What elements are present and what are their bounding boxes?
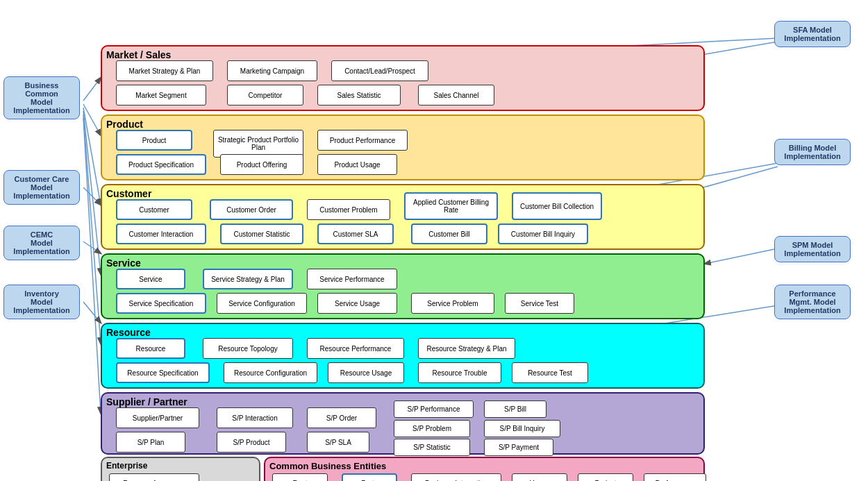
inner-box: Marketing Campaign <box>227 60 317 81</box>
inner-box: Customer SLA <box>317 223 394 244</box>
inner-box: Applied Customer Billing Rate <box>404 192 498 220</box>
inner-box: Sales Channel <box>418 85 494 106</box>
inner-box: S/P Order <box>307 407 376 428</box>
inner-box: Product Usage <box>317 154 397 175</box>
svg-line-6 <box>83 115 101 344</box>
inner-box: Resource Test <box>512 362 588 383</box>
side-box-billing: Billing Model Implementation <box>774 139 851 165</box>
svg-line-3 <box>83 104 101 135</box>
inner-box: S/P Product <box>217 432 286 453</box>
inner-box: Resource Configuration <box>224 362 317 383</box>
main-container: { "title": "SID", "sideBoxes": { "sfa": … <box>0 0 868 481</box>
inner-box: Resource <box>116 338 185 359</box>
side-box-performance: Performance Mgmt. Model Implementation <box>774 285 851 319</box>
inner-box: Service Test <box>505 293 574 314</box>
inner-box: Product Specification <box>116 154 206 175</box>
inner-box: S/P Bill <box>484 400 546 418</box>
domain-title: Resource <box>106 327 699 338</box>
inner-box: Customer Interaction <box>116 223 206 244</box>
inner-box: S/P Interaction <box>217 407 293 428</box>
inner-box: Business Interaction <box>411 473 501 481</box>
side-box-cemc: CEMC Model Implementation <box>3 226 80 260</box>
inner-box: Project <box>578 473 633 481</box>
inner-box: Customer <box>116 199 192 220</box>
inner-box: Customer Bill Collection <box>512 192 602 220</box>
inner-box: Usage <box>512 473 567 481</box>
domain-commonBusiness: Common Business EntitiesRootPartyBusines… <box>264 457 705 481</box>
inner-box: Service Configuration <box>217 293 307 314</box>
inner-box: Party <box>342 473 397 481</box>
inner-box: Service Usage <box>317 293 397 314</box>
svg-line-4 <box>83 108 101 205</box>
side-box-spm: SPM Model Implementation <box>774 236 851 262</box>
inner-box: Service Specification <box>116 293 206 314</box>
domain-title: Product <box>106 119 699 130</box>
inner-box: Strategic Product Portfolio Plan <box>213 130 303 158</box>
domain-customer: CustomerCustomerCustomer OrderCustomer P… <box>101 184 705 250</box>
inner-box: Customer Bill <box>411 223 487 244</box>
inner-box: Performance <box>644 473 706 481</box>
inner-box: Resource Performance <box>307 338 404 359</box>
svg-line-10 <box>705 248 778 264</box>
domain-enterprise: EnterpriseRevenue AssuranceEnterprise Se… <box>101 457 260 481</box>
domain-title: Market / Sales <box>106 49 699 60</box>
inner-box: Resource Trouble <box>418 362 501 383</box>
side-box-sfa: SFA Model Implementation <box>774 21 851 47</box>
domain-title: Common Business Entities <box>269 461 699 471</box>
svg-line-14 <box>83 302 101 323</box>
inner-box: Product <box>116 130 192 151</box>
inner-box: S/P Payment <box>484 439 553 456</box>
domain-supplierPartner: Supplier / PartnerSupplier/PartnerS/P In… <box>101 392 705 455</box>
inner-box: Product Offering <box>220 154 303 175</box>
inner-box: S/P Performance <box>394 400 474 418</box>
domain-title: Service <box>106 258 699 269</box>
domain-service: ServiceServiceService Strategy & PlanSer… <box>101 253 705 319</box>
inner-box: Customer Order <box>210 199 293 220</box>
inner-box: Competitor <box>227 85 303 106</box>
inner-box: Service Strategy & Plan <box>203 269 293 289</box>
inner-box: Service Performance <box>307 269 397 289</box>
inner-box: Customer Problem <box>307 199 390 220</box>
inner-box: Resource Specification <box>116 362 210 383</box>
domain-resource: ResourceResourceResource TopologyResourc… <box>101 323 705 389</box>
inner-box: S/P Problem <box>394 420 470 437</box>
inner-box: Supplier/Partner <box>116 407 199 428</box>
inner-box: Resource Strategy & Plan <box>418 338 515 359</box>
inner-box: S/P Statistic <box>394 439 470 456</box>
inner-box: Revenue Assurance <box>109 473 199 481</box>
side-box-inventory: Inventory Model Implementation <box>3 285 80 319</box>
inner-box: Contact/Lead/Prospect <box>331 60 428 81</box>
inner-box: Product Performance <box>317 130 408 151</box>
inner-box: Customer Statistic <box>220 223 303 244</box>
side-box-customerCare: Customer Care Model Implementation <box>3 170 80 205</box>
inner-box: Root <box>272 473 328 481</box>
inner-box: Market Segment <box>116 85 206 106</box>
inner-box: Sales Statistic <box>317 85 401 106</box>
inner-box: Customer Bill Inquiry <box>498 223 588 244</box>
svg-line-13 <box>83 242 101 253</box>
svg-line-7 <box>83 118 101 413</box>
inner-box: S/P Bill Inquiry <box>484 420 560 437</box>
inner-box: S/P SLA <box>307 432 369 453</box>
inner-box: Market Strategy & Plan <box>116 60 213 81</box>
inner-box: Resource Usage <box>328 362 404 383</box>
side-box-businessCommon: Business Common Model Implementation <box>3 76 80 119</box>
domain-title: Enterprise <box>106 461 255 471</box>
inner-box: Resource Topology <box>203 338 293 359</box>
domain-product: ProductProductStrategic Product Portfoli… <box>101 115 705 180</box>
inner-box: Service <box>116 269 185 289</box>
inner-box: Service Problem <box>411 293 494 314</box>
svg-line-12 <box>83 187 101 205</box>
svg-line-2 <box>83 78 101 101</box>
inner-box: S/P Plan <box>116 432 185 453</box>
domain-title: Customer <box>106 188 699 199</box>
svg-line-5 <box>83 111 101 274</box>
domain-marketSales: Market / SalesMarket Strategy & PlanMark… <box>101 45 705 111</box>
